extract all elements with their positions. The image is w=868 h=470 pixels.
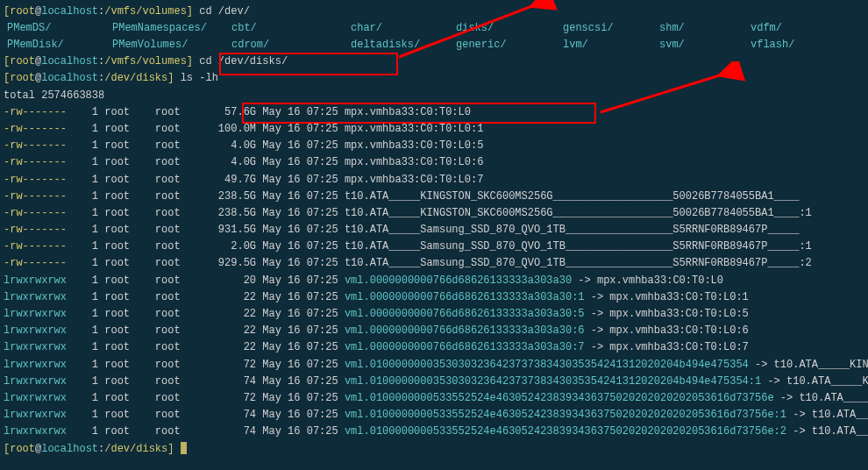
ls-row: -rw------- 1 root root 4.0G May 16 07:25… (4, 138, 864, 154)
ls-row: -rw------- 1 root root 2.0G May 16 07:25… (4, 239, 864, 255)
ls-row: lrwxrwxrwx 1 root root 74 May 16 07:25 v… (4, 424, 864, 440)
ls-row: -rw------- 1 root root 929.5G May 16 07:… (4, 255, 864, 272)
terminal-output: [root@localhost:/vmfs/volumes] cd /dev/P… (4, 4, 864, 458)
prompt-line-3: [root@localhost:/dev/disks] ls -lh (4, 70, 864, 87)
ls-row: lrwxrwxrwx 1 root root 22 May 16 07:25 v… (4, 323, 864, 339)
ls-row: -rw------- 1 root root 57.6G May 16 07:2… (4, 104, 864, 121)
ls-row: lrwxrwxrwx 1 root root 22 May 16 07:25 v… (4, 306, 864, 323)
ls-row: -rw------- 1 root root 238.5G May 16 07:… (4, 189, 864, 205)
ls-row: -rw------- 1 root root 238.5G May 16 07:… (4, 205, 864, 222)
prompt-line-2: [root@localhost:/vmfs/volumes] cd /dev/d… (4, 53, 864, 70)
ls-row: -rw------- 1 root root 49.7G May 16 07:2… (4, 172, 864, 189)
cursor (181, 442, 187, 454)
ls-row: lrwxrwxrwx 1 root root 74 May 16 07:25 v… (4, 374, 864, 390)
ls-row: lrwxrwxrwx 1 root root 72 May 16 07:25 v… (4, 357, 864, 374)
ls-row: lrwxrwxrwx 1 root root 20 May 16 07:25 v… (4, 273, 864, 289)
total-line: total 2574663838 (4, 88, 864, 104)
ls-row: lrwxrwxrwx 1 root root 22 May 16 07:25 v… (4, 339, 864, 356)
ls-row: -rw------- 1 root root 4.0G May 16 07:25… (4, 154, 864, 171)
ls-row: -rw------- 1 root root 931.5G May 16 07:… (4, 222, 864, 239)
ls-row: lrwxrwxrwx 1 root root 22 May 16 07:25 v… (4, 289, 864, 306)
prompt-line-4[interactable]: [root@localhost:/dev/disks] (4, 441, 864, 458)
ls-row: -rw------- 1 root root 100.0M May 16 07:… (4, 121, 864, 138)
ls-row: lrwxrwxrwx 1 root root 72 May 16 07:25 v… (4, 390, 864, 407)
prompt-line-1: [root@localhost:/vmfs/volumes] cd /dev/ (4, 4, 864, 20)
ls-row: lrwxrwxrwx 1 root root 74 May 16 07:25 v… (4, 407, 864, 424)
